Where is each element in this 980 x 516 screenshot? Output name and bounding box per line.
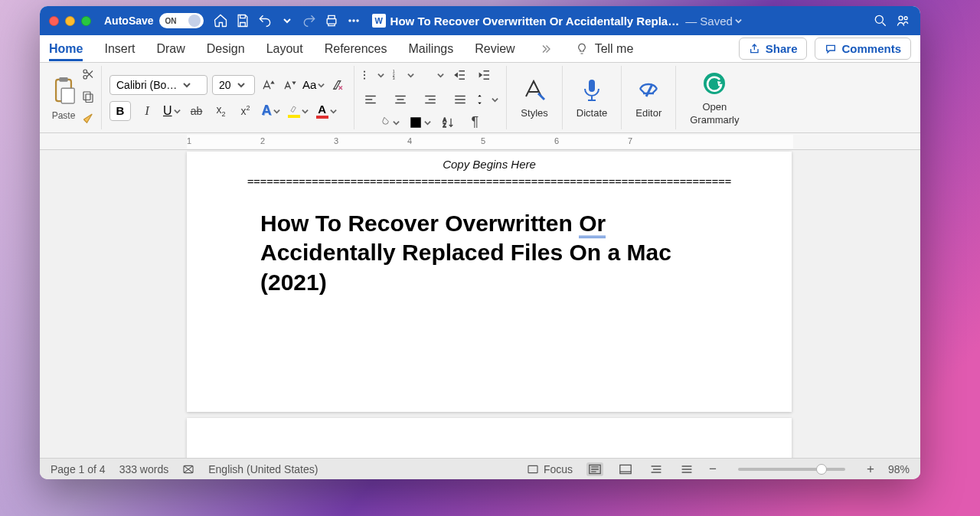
zoom-out[interactable]: − (709, 462, 717, 477)
tab-references[interactable]: References (325, 42, 387, 56)
comments-button[interactable]: Comments (815, 38, 911, 60)
tab-home[interactable]: Home (49, 42, 83, 61)
svg-text:A: A (443, 116, 447, 122)
bullets-icon[interactable] (362, 68, 384, 82)
tab-overflow-icon[interactable] (537, 41, 554, 57)
zoom-slider[interactable] (738, 468, 845, 471)
subscript-button[interactable]: x2 (213, 103, 230, 119)
autosave-toggle[interactable]: ON (159, 13, 204, 28)
maximize-button[interactable] (81, 16, 91, 26)
tab-mailings[interactable]: Mailings (409, 42, 454, 56)
superscript-button[interactable]: x2 (237, 103, 254, 119)
language-indicator[interactable]: English (United States) (208, 463, 318, 475)
text-effects-icon[interactable]: A (262, 103, 280, 119)
word-count[interactable]: 333 words (119, 463, 169, 475)
separator-line: ========================================… (187, 171, 792, 209)
highlight-icon[interactable] (288, 104, 309, 118)
change-case-icon[interactable]: Aa (302, 78, 325, 92)
page-1[interactable]: Copy Begins Here =======================… (187, 152, 792, 412)
styles-button[interactable]: Styles (513, 77, 555, 119)
account-icon[interactable] (894, 12, 911, 29)
autosave-label: AutoSave (104, 15, 154, 27)
tab-layout[interactable]: Layout (266, 42, 303, 56)
minimize-button[interactable] (65, 16, 75, 26)
underline-button[interactable]: U (163, 104, 181, 118)
print-icon[interactable] (323, 12, 340, 29)
align-right-icon[interactable] (422, 91, 439, 108)
svg-point-14 (364, 70, 365, 72)
sort-icon[interactable]: AZ (440, 114, 457, 131)
redo-icon[interactable] (301, 12, 318, 29)
editor-group: Editor (622, 66, 676, 129)
tab-insert[interactable]: Insert (104, 42, 135, 56)
clear-formatting-icon[interactable] (329, 77, 346, 93)
share-button[interactable]: Share (739, 38, 808, 60)
ruler-6: 6 (554, 136, 559, 145)
font-group: Calibri (Bo… 20 Aa B I U ab x2 x2 A (102, 66, 354, 129)
copy-icon[interactable] (81, 90, 95, 106)
tab-design[interactable]: Design (207, 42, 245, 56)
document-area[interactable]: Copy Begins Here =======================… (40, 150, 920, 458)
ruler[interactable]: 1 2 3 4 5 6 7 (40, 133, 920, 150)
print-layout-view[interactable] (586, 462, 603, 476)
word-app-icon: W (372, 14, 386, 28)
grammarly-group: Open Grammarly (676, 66, 753, 129)
justify-icon[interactable] (452, 91, 469, 108)
undo-icon[interactable] (256, 12, 273, 29)
ruler-4: 4 (407, 136, 412, 145)
bold-button[interactable]: B (109, 101, 131, 121)
svg-point-6 (904, 17, 907, 20)
show-paragraph-icon[interactable]: ¶ (466, 114, 483, 131)
numbering-icon[interactable]: 123 (392, 68, 414, 82)
comments-label: Comments (841, 42, 901, 55)
outline-view[interactable] (678, 462, 695, 476)
tab-review[interactable]: Review (475, 42, 514, 56)
italic-button[interactable]: I (139, 103, 155, 119)
dictate-button[interactable]: Dictate (569, 77, 615, 119)
focus-mode[interactable]: Focus (527, 463, 573, 475)
editor-button[interactable]: Editor (628, 77, 669, 119)
undo-dropdown[interactable] (279, 12, 296, 29)
borders-icon[interactable] (409, 116, 431, 129)
read-mode-view[interactable] (617, 462, 634, 476)
tell-me[interactable]: Tell me (575, 42, 634, 56)
paste-button[interactable]: Paste (51, 75, 77, 121)
cut-icon[interactable] (81, 67, 95, 84)
align-center-icon[interactable] (392, 91, 409, 108)
page-indicator[interactable]: Page 1 of 4 (51, 463, 106, 475)
home-icon[interactable] (212, 12, 229, 29)
shrink-font-icon[interactable] (281, 77, 298, 93)
ruler-2: 2 (260, 136, 265, 145)
page-2[interactable] (187, 418, 792, 458)
font-name-select[interactable]: Calibri (Bo… (109, 75, 207, 95)
line-spacing-icon[interactable] (476, 93, 498, 106)
zoom-level[interactable]: 98% (888, 463, 910, 475)
tab-draw[interactable]: Draw (156, 42, 185, 56)
svg-point-11 (83, 70, 87, 73)
zoom-in[interactable]: + (867, 462, 874, 477)
shading-icon[interactable] (377, 116, 400, 129)
close-button[interactable] (49, 16, 59, 26)
font-size-select[interactable]: 20 (212, 75, 255, 95)
decrease-indent-icon[interactable] (452, 67, 469, 83)
format-painter-icon[interactable] (81, 112, 95, 129)
multilevel-list-icon[interactable] (422, 68, 444, 82)
paste-label: Paste (52, 110, 76, 121)
spellcheck-icon[interactable] (182, 463, 194, 475)
align-left-icon[interactable] (362, 91, 379, 108)
save-icon[interactable] (234, 12, 251, 29)
strikethrough-button[interactable]: ab (188, 103, 205, 119)
tab-bar: Home Insert Draw Design Layout Reference… (40, 35, 920, 63)
title-bar: AutoSave ON W How To Recover Overwritten… (40, 6, 920, 35)
grow-font-icon[interactable] (260, 77, 276, 93)
svg-point-4 (875, 15, 883, 23)
web-layout-view[interactable] (648, 462, 665, 476)
document-title[interactable]: W How To Recover Overwritten Or Accident… (372, 14, 742, 28)
svg-point-10 (83, 75, 87, 79)
font-color-icon[interactable]: A (316, 103, 337, 119)
search-icon[interactable] (872, 12, 889, 29)
ruler-5: 5 (481, 136, 485, 145)
grammarly-button[interactable]: Open Grammarly (682, 70, 746, 126)
increase-indent-icon[interactable] (476, 67, 493, 83)
more-icon[interactable] (345, 12, 362, 29)
